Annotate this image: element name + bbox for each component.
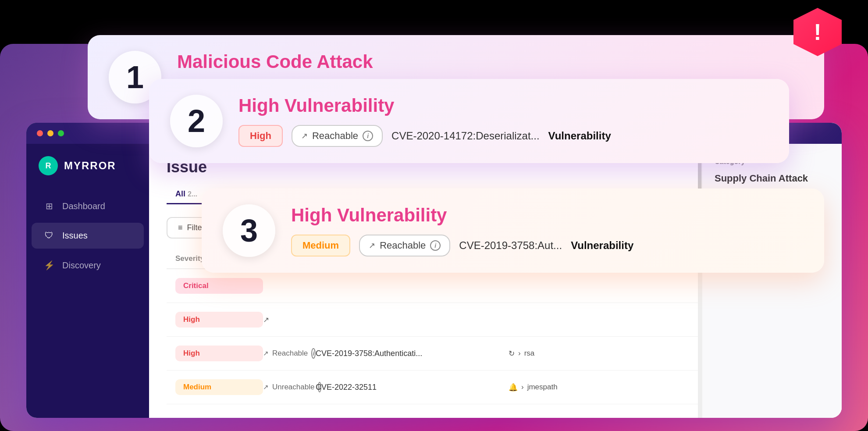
severity-high-2: High: [175, 346, 263, 361]
reachable-badge-3: ↗ Reachable i: [359, 235, 450, 256]
sidebar-item-discovery[interactable]: ⚡ Discovery: [32, 252, 144, 278]
card-high-vulnerability-3: 3 High Vulnerability Medium ↗ Reachable …: [202, 189, 824, 273]
status-cell-1: ↗: [263, 315, 316, 324]
info-icon-2: i: [363, 131, 373, 141]
pkg-cell-3: 🔔 › jmespath: [509, 383, 701, 392]
card-high-vulnerability-2: 2 High Vulnerability High ↗ Reachable i …: [149, 79, 789, 163]
card-2-description: CVE-2020-14172:Deserializat...: [391, 130, 540, 142]
reachable-icon-2: ↗: [263, 349, 269, 357]
pkg-icon-3: 🔔: [509, 383, 518, 392]
sidebar-item-issues[interactable]: 🛡 Issues: [32, 223, 144, 249]
reachable-text-2: Reachable: [272, 349, 308, 358]
desc-2: CVE-2019-3758:Authenticati...: [316, 349, 509, 358]
sidebar-item-label-discovery: Discovery: [62, 260, 101, 271]
status-cell-2: ↗ Reachable i: [263, 348, 316, 359]
severity-badge-medium-3: Medium: [291, 235, 350, 256]
card-1-title: Malicious Code Attack: [177, 51, 803, 72]
pkg-cell-2: ↻ › rsa: [509, 349, 701, 358]
desc-3: CVE-2022-32511: [316, 383, 509, 392]
category-panel: Category Supply Chain Attack: [701, 144, 842, 418]
card-3-badges: Medium ↗ Reachable i CVE-2019-3758:Aut..…: [291, 235, 803, 256]
pkg-icon-2: ↻: [509, 349, 515, 358]
navigation-icon-2: ↗: [301, 131, 308, 141]
shield-icon: 🛡: [44, 231, 54, 241]
filter-icon: ≡: [178, 223, 183, 232]
unreachable-text: Unreachable: [272, 383, 314, 392]
card-number-3: 3: [223, 204, 275, 257]
sidebar-item-dashboard[interactable]: ⊞ Dashboard: [32, 193, 144, 219]
info-icon-row-2: i: [311, 348, 316, 359]
sidebar-item-label-dashboard: Dashboard: [62, 201, 105, 211]
card-2-title: High Vulnerability: [238, 95, 768, 116]
alert-icon: !: [814, 21, 821, 43]
card-3-title: High Vulnerability: [291, 205, 803, 226]
card-2-category: Vulnerability: [548, 130, 611, 142]
logo-text: MYRROR: [64, 160, 116, 172]
dot-yellow[interactable]: [47, 130, 53, 136]
logo-area: R MYRROR: [26, 144, 149, 191]
card-3-category: Vulnerability: [571, 239, 633, 252]
dot-green[interactable]: [58, 130, 64, 136]
pkg-name-2: rsa: [524, 349, 535, 358]
tab-all[interactable]: All 2...: [167, 185, 206, 204]
logo-icon: R: [39, 156, 58, 175]
severity-critical: Critical: [175, 278, 263, 294]
dot-red[interactable]: [37, 130, 43, 136]
navigation-icon-3: ↗: [369, 241, 375, 250]
severity-high-1: High: [175, 312, 263, 328]
discovery-icon: ⚡: [44, 260, 54, 271]
reachable-text-card2: Reachable: [312, 130, 358, 142]
severity-medium: Medium: [175, 379, 263, 395]
card-3-content: High Vulnerability Medium ↗ Reachable i …: [291, 205, 803, 256]
tab-count: 2...: [188, 190, 197, 198]
unreachable-icon: ↗: [263, 383, 269, 391]
info-icon-3: i: [430, 240, 441, 251]
category-panel-value: Supply Chain Attack: [715, 173, 829, 184]
card-2-content: High Vulnerability High ↗ Reachable i CV…: [238, 95, 768, 147]
status-cell-3: ↗ Unreachable i: [263, 382, 316, 392]
pkg-name-3: jmespath: [527, 383, 558, 392]
pkg-arrow-3: ›: [521, 383, 524, 392]
sidebar-item-label-issues: Issues: [62, 231, 88, 241]
scrollbar[interactable]: [698, 144, 701, 418]
sidebar: R MYRROR ⊞ Dashboard 🛡 Issues ⚡ Discover…: [26, 123, 149, 418]
card-3-description: CVE-2019-3758:Aut...: [459, 239, 562, 252]
reachable-text-card3: Reachable: [380, 240, 426, 251]
reachable-badge-2: ↗ Reachable i: [292, 125, 383, 147]
pkg-arrow-2: ›: [518, 349, 521, 358]
card-number-2: 2: [170, 95, 223, 147]
dashboard-icon: ⊞: [44, 201, 54, 211]
status-icon-1: ↗: [263, 315, 269, 324]
severity-badge-high-2: High: [238, 125, 283, 147]
card-2-badges: High ↗ Reachable i CVE-2020-14172:Deseri…: [238, 125, 768, 147]
